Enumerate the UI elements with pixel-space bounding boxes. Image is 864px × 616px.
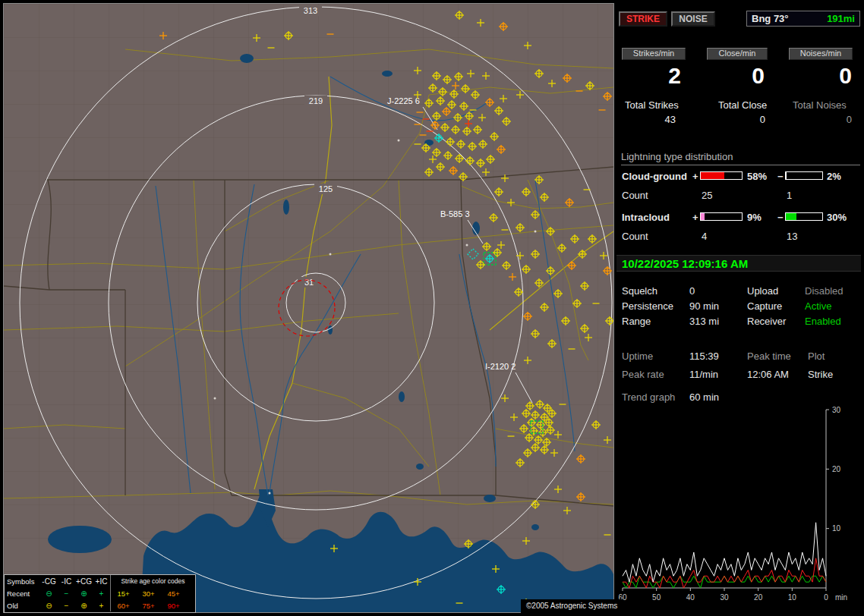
total-close-value: 0 bbox=[706, 114, 765, 125]
total-strikes-value: 43 bbox=[616, 114, 676, 125]
storm-cell-label: I-2120 2 bbox=[485, 362, 516, 371]
trend-x-tick-label: 50 bbox=[652, 593, 661, 602]
cg-pos-count: 25 bbox=[702, 190, 712, 201]
legend-age-code: 60+ bbox=[111, 602, 136, 610]
cg-label: Cloud-ground bbox=[622, 171, 687, 182]
cg-pos-pct: 58% bbox=[747, 171, 767, 182]
noises-per-min-value: 0 bbox=[787, 63, 852, 89]
strike-mode-button[interactable]: STRIKE bbox=[619, 11, 667, 27]
trend-x-tick-label: 20 bbox=[754, 593, 763, 602]
legend-age-code: 15+ bbox=[111, 589, 136, 598]
total-strikes-label: Total Strikes bbox=[625, 99, 679, 111]
ring-label: 125 bbox=[319, 184, 333, 193]
peak-rate-value: 11/min bbox=[689, 369, 718, 380]
uptime-value: 115:39 bbox=[689, 350, 719, 362]
storm-cell-label: J-2225 6 bbox=[387, 96, 420, 105]
uptime-label: Uptime bbox=[622, 350, 653, 362]
distribution-title: Lightning type distribution bbox=[621, 151, 860, 165]
ic-pos-pct: 9% bbox=[747, 212, 762, 223]
ic-pos-count: 4 bbox=[702, 231, 707, 242]
close-per-min-header: Close/min bbox=[707, 48, 768, 60]
ring-label: 31 bbox=[304, 278, 314, 287]
bearing-value: Bng 73° bbox=[752, 13, 789, 24]
ring-label: 219 bbox=[309, 96, 323, 105]
legend-age-code: 45+ bbox=[161, 589, 186, 598]
upload-status: Disabled bbox=[805, 285, 844, 297]
legend-strike-symbol: + bbox=[93, 602, 110, 610]
close-per-min-value: 0 bbox=[700, 63, 765, 89]
total-noises-label: Total Noises bbox=[793, 99, 847, 111]
status-panel: STRIKE NOISE Bng 73° 191mi Strikes/min C… bbox=[616, 0, 864, 616]
map-canvas[interactable]: 31125219313 J-2225 6B-585 3I-2120 2 bbox=[3, 3, 614, 613]
legend-strike-symbol: ⊖ bbox=[40, 602, 58, 610]
storm-cell-label: B-585 3 bbox=[440, 209, 470, 218]
ic-neg-bar-fill bbox=[786, 213, 796, 220]
squelch-label: Squelch bbox=[622, 285, 657, 297]
total-noises-value: 0 bbox=[793, 114, 852, 125]
copyright-label: ©2005 Astrogenic Systems bbox=[521, 599, 623, 613]
trend-y-tick-label: 20 bbox=[832, 465, 841, 473]
ic-pos-bar bbox=[700, 212, 743, 221]
trend-x-unit-label: min bbox=[835, 593, 847, 602]
cg-neg-count: 1 bbox=[787, 190, 792, 201]
legend-row-label: Old bbox=[5, 602, 40, 610]
trend-series-total-strikes bbox=[623, 523, 826, 582]
range-value: 313 mi bbox=[689, 316, 719, 327]
receiver-status: Enabled bbox=[805, 316, 841, 327]
ic-plus-sign: + bbox=[692, 212, 698, 223]
ic-pos-bar-fill bbox=[701, 213, 705, 220]
ring-label: 313 bbox=[304, 6, 317, 15]
ic-neg-pct: 30% bbox=[827, 212, 847, 223]
noise-mode-button[interactable]: NOISE bbox=[671, 11, 715, 27]
cg-neg-pct: 2% bbox=[827, 171, 841, 182]
persistence-label: Persistence bbox=[622, 300, 673, 312]
datetime-display: 10/22/2025 12:09:16 AM bbox=[616, 255, 861, 272]
ic-minus-sign: − bbox=[777, 212, 784, 223]
legend-row-label: Recent bbox=[5, 589, 40, 598]
trend-x-tick-label: 30 bbox=[720, 593, 729, 602]
map-legend: Symbols-CG-IC+CG+ICStrike age color code… bbox=[4, 574, 196, 613]
legend-strike-symbol: ⊖ bbox=[40, 589, 58, 598]
legend-strike-symbol: + bbox=[93, 589, 110, 598]
bearing-display: Bng 73° 191mi bbox=[746, 11, 860, 27]
legend-column-header: +CG bbox=[75, 577, 93, 586]
strikes-per-min-header: Strikes/min bbox=[622, 48, 686, 60]
plot-value: Strike bbox=[808, 369, 833, 380]
legend-column-header: +IC bbox=[93, 577, 110, 586]
capture-status: Active bbox=[805, 300, 831, 312]
trend-y-tick-label: 10 bbox=[832, 524, 841, 533]
cg-count-label: Count bbox=[622, 190, 648, 201]
legend-age-code: 90+ bbox=[161, 602, 186, 610]
cg-pos-bar bbox=[700, 171, 743, 180]
legend-symbols-header: Symbols bbox=[5, 577, 40, 586]
cg-neg-bar-fill bbox=[786, 172, 787, 179]
trend-window-value: 60 min bbox=[689, 391, 719, 403]
legend-column-header: -CG bbox=[40, 577, 58, 586]
strikes-per-min-value: 2 bbox=[616, 63, 681, 89]
ic-label: Intracloud bbox=[622, 212, 670, 223]
squelch-value: 0 bbox=[689, 285, 695, 297]
lightning-map: 31125219313 J-2225 6B-585 3I-2120 2 bbox=[4, 4, 613, 612]
ic-count-label: Count bbox=[622, 231, 648, 242]
noises-per-min-header: Noises/min bbox=[789, 48, 853, 60]
legend-column-header: -IC bbox=[58, 577, 75, 586]
peak-time-value: 12:06 AM bbox=[747, 369, 789, 380]
ic-neg-count: 13 bbox=[787, 231, 797, 242]
legend-age-code: 75+ bbox=[136, 602, 161, 610]
trend-y-tick-label: 30 bbox=[832, 406, 841, 414]
legend-age-header: Strike age color codes bbox=[111, 577, 195, 585]
trend-x-tick-label: 40 bbox=[686, 593, 695, 602]
cg-neg-bar bbox=[785, 171, 823, 180]
trend-x-tick-label: 0 bbox=[824, 593, 828, 602]
range-label: Range bbox=[622, 316, 651, 327]
persistence-value: 90 min bbox=[689, 300, 719, 312]
total-close-label: Total Close bbox=[718, 99, 767, 111]
trend-graph: 3020106050403020100min bbox=[616, 405, 864, 616]
legend-strike-symbol: − bbox=[58, 589, 75, 598]
legend-strike-symbol: ⊕ bbox=[75, 602, 93, 610]
trend-series-cloud-ground bbox=[623, 558, 826, 588]
upload-label: Upload bbox=[747, 285, 778, 297]
receiver-label: Receiver bbox=[747, 316, 786, 327]
legend-strike-symbol: − bbox=[58, 602, 75, 610]
capture-label: Capture bbox=[747, 300, 782, 312]
